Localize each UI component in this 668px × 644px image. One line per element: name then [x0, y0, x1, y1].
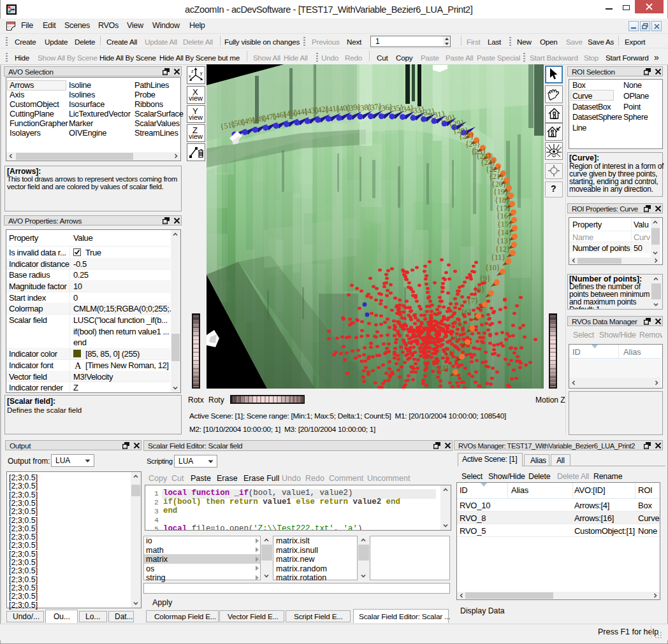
svg-text:{2}: {2}	[438, 364, 449, 373]
svg-text:{12}: {12}	[495, 245, 511, 254]
svg-text:{19}: {19}	[493, 187, 509, 196]
svg-text:x: x	[189, 74, 191, 78]
svg-text:z: z	[191, 69, 194, 73]
svg-text:{13}: {13}	[497, 236, 512, 245]
svg-text:{18}: {18}	[495, 196, 510, 204]
svg-text:{10}: {10}	[485, 263, 500, 272]
svg-text:{16}: {16}	[497, 211, 512, 220]
svg-text:{6}: {6}	[461, 308, 472, 317]
svg-text:{7}: {7}	[467, 296, 479, 305]
svg-text:{15}: {15}	[497, 220, 512, 229]
svg-text:{5}: {5}	[454, 320, 466, 329]
svg-text:{11}: {11}	[491, 253, 505, 262]
svg-text:y: y	[200, 71, 203, 76]
svg-text:{9}: {9}	[479, 274, 491, 283]
svg-text:{3}: {3}	[444, 348, 456, 357]
svg-text:{8}: {8}	[474, 285, 485, 294]
svg-text:{4}: {4}	[450, 334, 461, 343]
svg-text:{14}: {14}	[497, 228, 512, 237]
